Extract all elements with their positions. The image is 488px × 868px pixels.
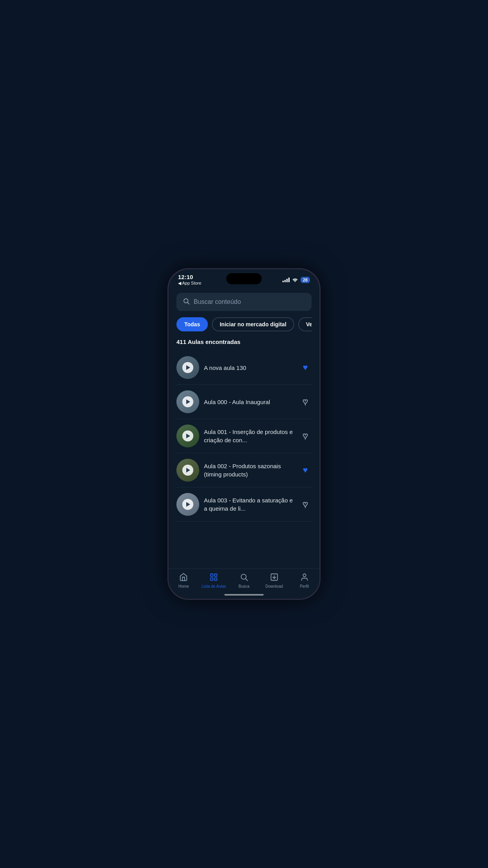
play-button[interactable] [182, 430, 193, 441]
favorite-button[interactable]: ♥ [299, 395, 312, 408]
search-placeholder-text: Buscar conteúdo [194, 298, 241, 305]
svg-rect-2 [211, 574, 213, 576]
lesson-thumb [176, 493, 199, 516]
chip-iniciar[interactable]: Iniciar no mercado digital [212, 317, 294, 331]
list-item[interactable]: Aula 003 - Evitando a saturação e a quei… [176, 487, 312, 522]
svg-rect-5 [215, 578, 217, 580]
filter-chips: Todas Iniciar no mercado digital Vender [176, 317, 312, 331]
battery-badge: 28 [301, 277, 310, 283]
list-item[interactable]: A nova aula 130 ♥ [176, 351, 312, 385]
heart-filled-icon: ♥ [303, 465, 308, 475]
home-indicator-bar [224, 594, 264, 596]
signal-bars [283, 278, 290, 282]
play-button[interactable] [182, 465, 193, 476]
profile-icon [300, 573, 309, 583]
nav-item-lista[interactable]: Lista de Aulas [201, 573, 226, 588]
list-item[interactable]: 💲 Aula 001 - Inserção de produtos e cria… [176, 419, 312, 453]
favorite-button[interactable]: ♥ [299, 464, 312, 476]
svg-rect-4 [211, 578, 213, 580]
nav-label-home: Home [178, 584, 189, 588]
list-item[interactable]: Aula 000 - Aula Inaugural ♥ [176, 385, 312, 419]
signal-bar-2 [284, 280, 286, 282]
favorite-button[interactable]: ♥ [299, 498, 312, 511]
nav-item-download[interactable]: Download [262, 573, 287, 588]
lesson-title: Aula 002 - Produtos sazonais (timing pro… [204, 462, 294, 478]
lesson-title: A nova aula 130 [204, 364, 294, 372]
nav-label-lista: Lista de Aulas [202, 584, 226, 588]
heart-empty-icon: ♥ [303, 397, 308, 407]
lesson-title: Aula 003 - Evitando a saturação e a quei… [204, 496, 294, 513]
lesson-thumb: 💵 [176, 459, 199, 482]
search-bar[interactable]: Buscar conteúdo [176, 293, 312, 311]
signal-bar-3 [286, 279, 288, 282]
status-right: 28 [283, 277, 310, 283]
lesson-thumb [176, 390, 199, 413]
nav-label-perfil: Perfil [300, 584, 309, 588]
svg-rect-3 [215, 574, 217, 576]
lesson-info: A nova aula 130 [199, 364, 299, 372]
list-item[interactable]: 💵 Aula 002 - Produtos sazonais (timing p… [176, 453, 312, 487]
content-area: Buscar conteúdo Todas Iniciar no mercado… [169, 288, 319, 568]
svg-point-10 [303, 574, 306, 577]
nav-item-busca[interactable]: Busca [231, 573, 257, 588]
play-button[interactable] [182, 396, 193, 407]
wifi-icon [292, 277, 298, 283]
play-button[interactable] [182, 499, 193, 510]
bottom-nav: Home Lista de Aulas [169, 568, 319, 591]
chip-todas[interactable]: Todas [176, 317, 208, 331]
home-indicator [169, 591, 319, 599]
home-icon [179, 573, 188, 583]
heart-empty-icon: ♥ [303, 431, 308, 441]
chip-vender[interactable]: Vender [298, 317, 312, 331]
nav-item-perfil[interactable]: Perfil [292, 573, 317, 588]
lesson-thumb [176, 356, 199, 379]
download-icon [270, 573, 279, 583]
lesson-list: A nova aula 130 ♥ Aula 000 - [176, 351, 312, 568]
lesson-info: Aula 000 - Aula Inaugural [199, 398, 299, 406]
dynamic-island [226, 273, 262, 284]
status-time: 12:10 [178, 274, 193, 280]
favorite-button[interactable]: ♥ [299, 430, 312, 442]
signal-bar-1 [283, 281, 284, 282]
lesson-title: Aula 000 - Aula Inaugural [204, 398, 294, 406]
svg-line-7 [246, 579, 248, 581]
phone-frame: 12:10 App Store 28 [167, 268, 321, 600]
lesson-thumb: 💲 [176, 425, 199, 447]
favorite-button[interactable]: ♥ [299, 361, 312, 374]
nav-label-busca: Busca [238, 584, 250, 588]
results-count: 411 Aulas encontradas [176, 338, 312, 345]
nav-label-download: Download [266, 584, 283, 588]
status-appstore: App Store [178, 281, 201, 286]
nav-item-home[interactable]: Home [171, 573, 196, 588]
svg-line-1 [187, 302, 189, 304]
heart-filled-icon: ♥ [303, 362, 308, 373]
signal-bar-4 [288, 278, 290, 282]
search-icon [183, 298, 190, 306]
list-icon [209, 573, 218, 583]
lesson-info: Aula 003 - Evitando a saturação e a quei… [199, 496, 299, 513]
play-button[interactable] [182, 362, 193, 373]
search-nav-icon [240, 573, 248, 583]
heart-empty-icon: ♥ [303, 499, 308, 509]
phone-screen: 12:10 App Store 28 [169, 269, 319, 599]
lesson-info: Aula 001 - Inserção de produtos e criaçã… [199, 428, 299, 444]
lesson-title: Aula 001 - Inserção de produtos e criaçã… [204, 428, 294, 444]
status-left: 12:10 App Store [178, 274, 201, 286]
lesson-info: Aula 002 - Produtos sazonais (timing pro… [199, 462, 299, 478]
